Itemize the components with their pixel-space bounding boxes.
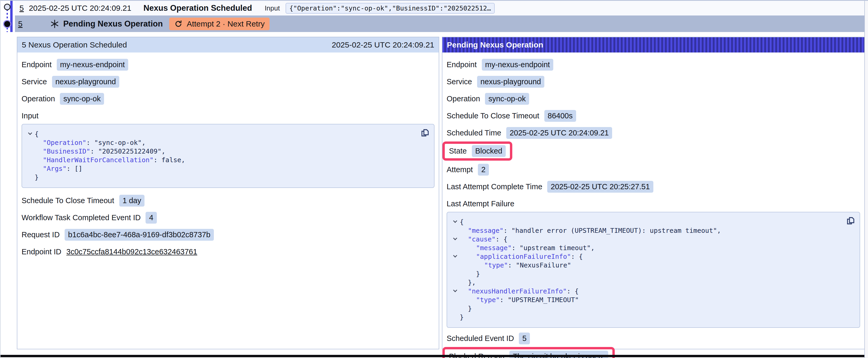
json-collapse-chevron-icon[interactable] (453, 236, 457, 240)
field-value-badge: 86400s (544, 110, 576, 122)
field-label: Endpoint ID (22, 248, 61, 256)
code-line: } (25, 173, 418, 182)
last-attempt-failure-label: Last Attempt Failure (446, 199, 860, 208)
event-id-link[interactable]: 5 (18, 20, 23, 28)
field-label: Request ID (22, 230, 60, 239)
panel-title: 5 Nexus Operation Scheduled (22, 40, 127, 50)
code-line: "message": "handler error (UPSTREAM_TIME… (450, 226, 844, 235)
field-label: Operation (22, 95, 55, 103)
retry-icon (174, 20, 183, 28)
field-request-id: Request ID b1c6a4bc-8ee7-468a-9169-df3b0… (22, 229, 435, 241)
scheduled-event-panel: 5 Nexus Operation Scheduled 2025-02-25 U… (17, 37, 439, 349)
input-label: Input (265, 4, 280, 12)
code-line: "cause": { (450, 235, 844, 243)
field-scheduled-event-id: Scheduled Event ID 5 (446, 332, 860, 344)
panel-title: Pending Nexus Operation (447, 40, 543, 50)
code-line: "type": "UPSTREAM_TIMEOUT" (450, 296, 844, 304)
field-label: Endpoint (22, 60, 52, 69)
field-schedule-to-close-timeout: Schedule To Close Timeout 1 day (22, 195, 435, 206)
copy-icon[interactable] (420, 128, 430, 137)
json-collapse-chevron-icon[interactable] (28, 131, 32, 135)
field-label: Service (446, 77, 472, 86)
field-value-badge: 1 day (119, 195, 145, 206)
field-service: Service nexus-playground (22, 76, 435, 88)
code-line: } (450, 304, 844, 313)
field-value-badge: my-nexus-endpoint (57, 59, 128, 71)
window-bottom-edge (1, 355, 864, 357)
input-json-viewer: { "Operation": "sync-op-ok", "BusinessID… (22, 124, 435, 188)
state-field-row: State Blocked (446, 141, 860, 161)
code-line: }, (450, 278, 844, 287)
copy-icon[interactable] (846, 216, 856, 225)
field-schedule-to-close-timeout: Schedule To Close Timeout 86400s (446, 110, 860, 122)
field-value-badge: 5 (519, 332, 530, 344)
field-last-attempt-complete-time: Last Attempt Complete Time 2025-02-25 UT… (446, 181, 860, 193)
field-label: State (449, 147, 467, 155)
retry-status-badge: Attempt 2 · Next Retry (169, 18, 270, 30)
event-timeline-gutter (1, 1, 15, 32)
field-label: Schedule To Close Timeout (22, 196, 114, 205)
event-id-link[interactable]: 5 (20, 4, 24, 12)
field-label: Last Attempt Complete Time (446, 183, 542, 191)
pending-asterisk-icon (50, 19, 59, 29)
event-detail-panels: 5 Nexus Operation Scheduled 2025-02-25 U… (17, 37, 865, 349)
panel-timestamp: 2025-02-25 UTC 20:24:09.21 (332, 40, 434, 50)
field-value-badge: 2025-02-25 UTC 20:24:09.21 (506, 127, 612, 139)
field-value-badge: sync-op-ok (485, 93, 529, 105)
selection-indicator-bar (10, 1, 12, 32)
field-value-badge: my-nexus-endpoint (482, 59, 554, 71)
retry-badge-label: Attempt 2 · Next Retry (187, 20, 265, 28)
nexus-event-details-screen: 5 2025-02-25 UTC 20:24:09.21 Nexus Opera… (0, 0, 868, 358)
field-label: Endpoint (446, 60, 477, 69)
code-line: "nexusHandlerFailureInfo": { (450, 287, 844, 296)
field-label: Operation (446, 95, 480, 103)
input-json-preview-badge[interactable]: {"Operation":"sync-op-ok","BusinessID":"… (285, 3, 495, 14)
field-value-badge: 2025-02-25 UTC 20:25:27.51 (547, 181, 653, 193)
pending-operation-panel: Pending Nexus Operation Endpoint my-nexu… (442, 37, 865, 349)
input-section-label: Input (22, 111, 435, 120)
field-value-badge: 4 (146, 212, 157, 224)
field-value-badge: b1c6a4bc-8ee7-468a-9169-df3b02c8737b (65, 229, 214, 241)
json-collapse-chevron-icon[interactable] (453, 219, 457, 223)
event-title: Pending Nexus Operation (63, 19, 163, 29)
code-line: } (450, 269, 844, 278)
json-collapse-chevron-icon[interactable] (453, 254, 457, 258)
code-line: "Args": [] (25, 164, 418, 173)
vertical-scrollbar-track[interactable] (864, 1, 868, 358)
field-label: Attempt (446, 165, 473, 174)
code-line: } (450, 313, 844, 322)
event-title: Nexus Operation Scheduled (144, 3, 252, 13)
event-history-rows: 5 2025-02-25 UTC 20:24:09.21 Nexus Opera… (1, 1, 864, 32)
field-label: Scheduled Event ID (446, 334, 514, 343)
field-value-badge: nexus-playground (52, 76, 120, 88)
event-timestamp: 2025-02-25 UTC 20:24:09.21 (29, 4, 131, 12)
field-value-badge: sync-op-ok (60, 93, 104, 105)
field-scheduled-time: Scheduled Time 2025-02-25 UTC 20:24:09.2… (446, 127, 860, 139)
code-line: { (25, 130, 418, 138)
code-line: "applicationFailureInfo": { (450, 252, 844, 261)
field-value-badge: nexus-playground (477, 76, 545, 88)
event-row-nexus-operation-scheduled[interactable]: 5 2025-02-25 UTC 20:24:09.21 Nexus Opera… (15, 1, 864, 15)
last-attempt-failure-json-viewer: { "message": "handler error (UPSTREAM_TI… (446, 212, 860, 328)
endpoint-id-link[interactable]: 3c0c75ccfa8144b092c13ce632463761 (66, 248, 197, 256)
field-value-badge: 2 (478, 164, 489, 175)
state-value-badge: Blocked (472, 145, 506, 157)
event-row-pending-nexus-operation[interactable]: 5 Pending Nexus Operation Attempt 2 · Ne… (15, 15, 864, 32)
pending-panel-body: Endpoint my-nexus-endpoint Service nexus… (442, 53, 864, 358)
field-operation: Operation sync-op-ok (446, 93, 860, 105)
field-endpoint: Endpoint my-nexus-endpoint (446, 59, 860, 71)
field-label: Service (22, 77, 47, 86)
timeline-node-open-icon (4, 4, 10, 10)
state-highlight-box: State Blocked (442, 141, 512, 161)
field-endpoint-id: Endpoint ID 3c0c75ccfa8144b092c13ce63246… (22, 246, 435, 258)
json-collapse-chevron-icon[interactable] (453, 288, 457, 292)
scheduled-panel-body: Endpoint my-nexus-endpoint Service nexus… (17, 53, 439, 258)
field-label: Schedule To Close Timeout (446, 111, 539, 120)
code-line: { (450, 218, 844, 226)
code-line: "Operation": "sync-op-ok", (25, 138, 418, 147)
pending-panel-header: Pending Nexus Operation (442, 37, 864, 53)
field-workflow-task-completed-event-id: Workflow Task Completed Event ID 4 (22, 212, 435, 224)
field-service: Service nexus-playground (446, 76, 860, 88)
code-line: "message": "upstream timeout", (450, 243, 844, 252)
field-endpoint: Endpoint my-nexus-endpoint (22, 59, 435, 71)
